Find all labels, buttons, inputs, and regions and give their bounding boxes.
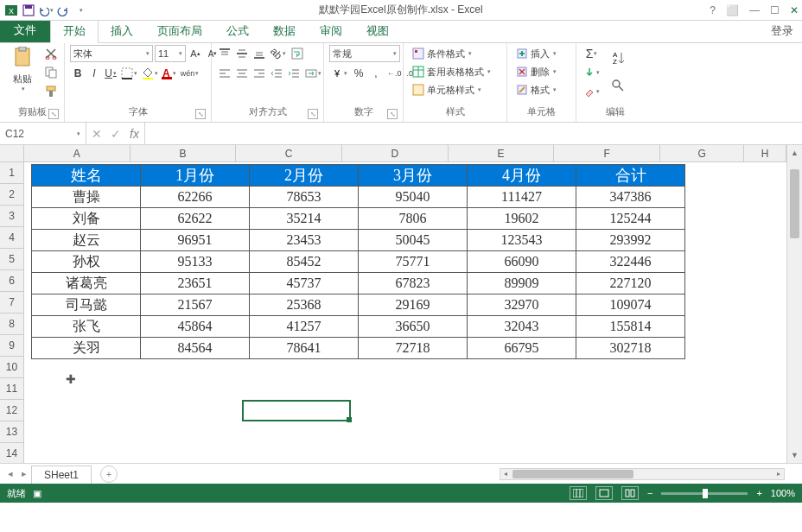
table-cell[interactable]: 66795 bbox=[468, 338, 576, 359]
merge-button[interactable]: ▾ bbox=[303, 65, 323, 82]
align-left-button[interactable] bbox=[217, 65, 232, 82]
tab-home[interactable]: 开始 bbox=[50, 19, 99, 43]
table-cell[interactable]: 89909 bbox=[468, 273, 576, 294]
table-cell[interactable]: 109074 bbox=[576, 294, 685, 316]
row-header[interactable]: 3 bbox=[0, 206, 23, 227]
table-cell[interactable]: 关羽 bbox=[32, 338, 141, 359]
tab-file[interactable]: 文件 bbox=[0, 18, 50, 42]
comma-button[interactable]: , bbox=[368, 65, 384, 82]
enter-formula-icon[interactable]: ✓ bbox=[111, 127, 121, 141]
format-as-table-button[interactable]: 套用表格格式▾ bbox=[409, 63, 494, 80]
table-cell[interactable]: 95133 bbox=[141, 251, 250, 273]
row-header[interactable]: 10 bbox=[0, 357, 23, 378]
table-cell[interactable]: 227120 bbox=[576, 273, 685, 294]
spreadsheet-grid[interactable]: ABCDEFGH 123456789101112131415 姓名1月份2月份3… bbox=[0, 145, 802, 463]
row-header[interactable]: 5 bbox=[0, 249, 23, 270]
table-cell[interactable]: 诸葛亮 bbox=[32, 273, 141, 294]
column-header[interactable]: D bbox=[342, 145, 449, 162]
increase-font-button[interactable]: A▴ bbox=[188, 45, 203, 62]
number-format-combo[interactable]: 常规▾ bbox=[329, 45, 400, 62]
decrease-indent-button[interactable] bbox=[269, 65, 284, 82]
font-name-combo[interactable]: 宋体▾ bbox=[70, 45, 153, 62]
name-box[interactable]: C12▾ bbox=[0, 123, 86, 144]
maximize-button[interactable]: ☐ bbox=[770, 4, 780, 16]
delete-cells-button[interactable]: 删除▾ bbox=[512, 63, 560, 80]
row-header[interactable]: 1 bbox=[0, 162, 23, 184]
table-cell[interactable]: 赵云 bbox=[32, 230, 141, 251]
format-cells-button[interactable]: 格式▾ bbox=[512, 81, 560, 98]
table-cell[interactable]: 67823 bbox=[359, 273, 468, 294]
table-cell[interactable]: 50045 bbox=[359, 230, 468, 251]
horizontal-scrollbar[interactable]: ◂ ▸ bbox=[500, 468, 785, 480]
currency-button[interactable]: ¥▾ bbox=[329, 65, 349, 82]
formula-input[interactable] bbox=[145, 123, 802, 144]
minimize-button[interactable]: — bbox=[749, 4, 760, 16]
table-cell[interactable]: 32043 bbox=[468, 316, 576, 338]
view-normal-button[interactable] bbox=[570, 486, 587, 500]
row-header[interactable]: 2 bbox=[0, 184, 23, 206]
fill-handle[interactable] bbox=[347, 417, 352, 422]
tab-layout[interactable]: 页面布局 bbox=[145, 20, 214, 42]
row-header[interactable]: 4 bbox=[0, 227, 23, 249]
table-cell[interactable]: 23453 bbox=[250, 230, 359, 251]
scroll-right-icon[interactable]: ▸ bbox=[773, 469, 784, 479]
close-button[interactable]: ✕ bbox=[790, 4, 799, 16]
wrap-text-button[interactable] bbox=[290, 45, 305, 62]
table-cell[interactable]: 曹操 bbox=[32, 187, 141, 208]
sheet-tab[interactable]: SHeet1 bbox=[31, 466, 92, 484]
zoom-slider[interactable] bbox=[661, 492, 748, 495]
view-page-layout-button[interactable] bbox=[595, 486, 613, 500]
table-cell[interactable]: 张飞 bbox=[32, 316, 141, 338]
row-header[interactable]: 11 bbox=[0, 378, 23, 400]
table-cell[interactable]: 347386 bbox=[576, 187, 685, 208]
zoom-level[interactable]: 100% bbox=[771, 488, 795, 498]
table-cell[interactable]: 96951 bbox=[141, 230, 250, 251]
align-bottom-button[interactable] bbox=[251, 45, 267, 62]
alignment-dialog-launcher[interactable]: ⤡ bbox=[308, 109, 318, 119]
align-middle-button[interactable] bbox=[234, 45, 250, 62]
table-header-cell[interactable]: 1月份 bbox=[141, 165, 250, 187]
table-cell[interactable]: 293992 bbox=[576, 230, 685, 251]
copy-button[interactable] bbox=[43, 64, 59, 81]
undo-button[interactable]: ▾ bbox=[38, 3, 54, 18]
row-header[interactable]: 13 bbox=[0, 421, 23, 443]
tab-view[interactable]: 视图 bbox=[354, 20, 401, 42]
scroll-up-icon[interactable]: ▲ bbox=[787, 145, 802, 161]
table-cell[interactable]: 刘备 bbox=[32, 208, 141, 230]
align-center-button[interactable] bbox=[234, 65, 250, 82]
table-cell[interactable]: 7806 bbox=[359, 208, 468, 230]
table-cell[interactable]: 36650 bbox=[359, 316, 468, 338]
column-header[interactable]: E bbox=[449, 145, 555, 162]
fill-button[interactable]: ▾ bbox=[582, 64, 602, 81]
table-cell[interactable]: 32970 bbox=[468, 294, 576, 316]
table-cell[interactable]: 85452 bbox=[250, 251, 359, 273]
clipboard-dialog-launcher[interactable]: ⤡ bbox=[48, 109, 59, 119]
table-cell[interactable]: 孙权 bbox=[32, 251, 141, 273]
table-cell[interactable]: 111427 bbox=[468, 187, 576, 208]
increase-indent-button[interactable] bbox=[286, 65, 302, 82]
scroll-down-icon[interactable]: ▼ bbox=[787, 447, 802, 463]
row-header[interactable]: 8 bbox=[0, 314, 23, 335]
sheet-nav-prev[interactable]: ◂ bbox=[3, 468, 17, 479]
row-header[interactable]: 14 bbox=[0, 443, 23, 463]
qat-customize[interactable]: ▾ bbox=[73, 3, 88, 18]
hscroll-thumb[interactable] bbox=[512, 470, 633, 478]
column-header[interactable]: G bbox=[660, 145, 744, 162]
table-header-cell[interactable]: 3月份 bbox=[359, 165, 468, 187]
table-cell[interactable]: 25368 bbox=[250, 294, 359, 316]
help-button[interactable]: ? bbox=[710, 4, 716, 16]
table-cell[interactable]: 84564 bbox=[141, 338, 250, 359]
font-color-button[interactable]: A▾ bbox=[161, 65, 178, 82]
pinyin-button[interactable]: wén▾ bbox=[179, 65, 201, 82]
data-table[interactable]: 姓名1月份2月份3月份4月份合计曹操6226678653950401114273… bbox=[31, 164, 685, 359]
column-headers[interactable]: ABCDEFGH bbox=[24, 145, 786, 162]
column-header[interactable]: B bbox=[130, 145, 237, 162]
tab-insert[interactable]: 插入 bbox=[99, 20, 145, 42]
table-cell[interactable]: 78641 bbox=[250, 338, 359, 359]
underline-button[interactable]: U▾ bbox=[103, 65, 118, 82]
fill-color-button[interactable]: ▾ bbox=[140, 65, 160, 82]
table-cell[interactable]: 66090 bbox=[468, 251, 576, 273]
number-dialog-launcher[interactable]: ⤡ bbox=[387, 109, 398, 119]
conditional-format-button[interactable]: 条件格式▾ bbox=[409, 45, 475, 62]
login-link[interactable]: 登录 bbox=[759, 20, 802, 42]
